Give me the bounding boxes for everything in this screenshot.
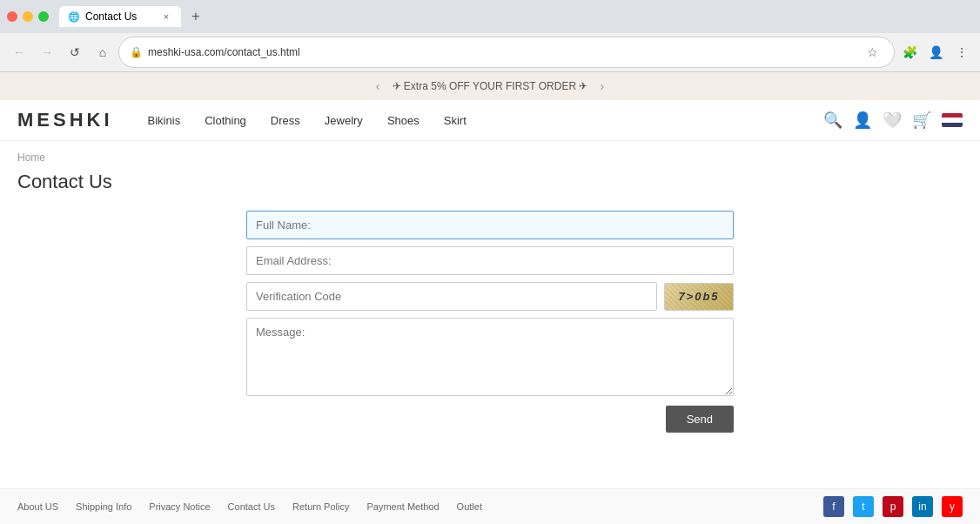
verification-input[interactable]	[246, 282, 657, 311]
home-button[interactable]: ⌂	[91, 40, 115, 64]
facebook-icon[interactable]: f	[823, 496, 844, 517]
nav-bikinis[interactable]: Bikinis	[148, 114, 181, 127]
flag-icon[interactable]	[942, 113, 963, 127]
send-btn-row: Send	[246, 406, 734, 433]
site-footer: About US Shipping Info Privacy Notice Co…	[0, 488, 980, 524]
tab-close-button[interactable]: ×	[160, 10, 172, 23]
nav-clothing[interactable]: Clothing	[205, 114, 246, 127]
nav-dress[interactable]: Dress	[271, 114, 300, 127]
wishlist-icon[interactable]: 🤍	[883, 111, 902, 130]
contact-form: 7>0b5 Send	[246, 211, 734, 433]
footer-links: About US Shipping Info Privacy Notice Co…	[17, 501, 482, 512]
browser-titlebar: 🌐 Contact Us × +	[0, 0, 980, 33]
account-icon[interactable]: 👤	[853, 111, 872, 130]
browser-chrome: 🌐 Contact Us × + ← → ↺ ⌂ 🔒 ☆ 🧩 👤 ⋮	[0, 0, 980, 72]
tab-favicon: 🌐	[68, 11, 80, 23]
footer-social: f t p in y	[823, 496, 963, 517]
page-content: Home Contact Us 7>0b5 Send	[0, 141, 980, 443]
browser-right-actions: 🧩 👤 ⋮	[898, 41, 973, 64]
reload-button[interactable]: ↺	[63, 40, 87, 64]
extensions-button[interactable]: 🧩	[898, 41, 921, 64]
breadcrumb-home[interactable]: Home	[17, 151, 45, 164]
window-minimize-button[interactable]	[23, 11, 33, 22]
header-icons: 🔍 👤 🤍 🛒	[823, 111, 963, 130]
site-header: MESHKI Bikinis Clothing Dress Jewelry Sh…	[0, 100, 980, 141]
youtube-icon[interactable]: y	[942, 496, 963, 517]
footer-shipping[interactable]: Shipping Info	[76, 501, 131, 512]
twitter-icon[interactable]: t	[853, 496, 874, 517]
footer-about[interactable]: About US	[17, 501, 58, 512]
pinterest-icon[interactable]: p	[883, 496, 903, 517]
email-field	[246, 246, 734, 275]
breadcrumb: Home	[17, 151, 963, 164]
forward-button[interactable]: →	[35, 40, 59, 64]
window-maximize-button[interactable]	[38, 11, 49, 22]
nav-jewelry[interactable]: Jewelry	[325, 114, 363, 127]
footer-outlet[interactable]: Outlet	[457, 501, 482, 512]
full-name-input[interactable]	[246, 211, 734, 239]
promo-banner: ‹ ✈ Extra 5% OFF YOUR FIRST ORDER ✈ ›	[0, 72, 980, 100]
captcha-text: 7>0b5	[678, 290, 719, 303]
captcha-row: 7>0b5	[246, 282, 734, 311]
back-button[interactable]: ←	[7, 40, 31, 64]
footer-contact[interactable]: Contact Us	[228, 501, 275, 512]
cart-icon[interactable]: 🛒	[912, 111, 931, 130]
tab-title: Contact Us	[85, 10, 137, 23]
account-browser-button[interactable]: 👤	[924, 41, 947, 64]
send-button[interactable]: Send	[666, 406, 734, 433]
full-name-field	[246, 211, 734, 239]
nav-skirt[interactable]: Skirt	[444, 114, 467, 127]
browser-controls: ← → ↺ ⌂ 🔒 ☆ 🧩 👤 ⋮	[0, 33, 980, 71]
footer-payment[interactable]: Payment Method	[366, 501, 439, 512]
footer-privacy[interactable]: Privacy Notice	[149, 501, 210, 512]
nav-shoes[interactable]: Shoes	[387, 114, 420, 127]
menu-button[interactable]: ⋮	[950, 41, 973, 64]
new-tab-button[interactable]: +	[185, 5, 207, 28]
window-close-button[interactable]	[7, 11, 17, 22]
bookmark-button[interactable]: ☆	[861, 41, 883, 64]
promo-arrow-left[interactable]: ‹	[371, 79, 386, 93]
message-input[interactable]	[246, 318, 734, 396]
page-title: Contact Us	[17, 171, 963, 193]
promo-text: ✈ Extra 5% OFF YOUR FIRST ORDER ✈	[393, 80, 588, 92]
footer-return[interactable]: Return Policy	[292, 501, 349, 512]
captcha-image[interactable]: 7>0b5	[664, 283, 734, 311]
address-bar: 🔒 ☆	[118, 37, 895, 68]
site-logo[interactable]: MESHKI	[17, 109, 113, 131]
message-field	[246, 318, 734, 399]
linkedin-icon[interactable]: in	[912, 496, 933, 517]
address-bar-actions: ☆	[861, 41, 883, 64]
site-nav: Bikinis Clothing Dress Jewelry Shoes Ski…	[148, 114, 823, 127]
lock-icon: 🔒	[130, 46, 143, 58]
window-controls	[7, 11, 49, 22]
email-input[interactable]	[246, 246, 734, 275]
search-icon[interactable]: 🔍	[823, 111, 842, 130]
address-input[interactable]	[148, 46, 856, 58]
promo-arrow-right[interactable]: ›	[594, 79, 609, 93]
browser-tab-active[interactable]: 🌐 Contact Us ×	[59, 6, 181, 27]
